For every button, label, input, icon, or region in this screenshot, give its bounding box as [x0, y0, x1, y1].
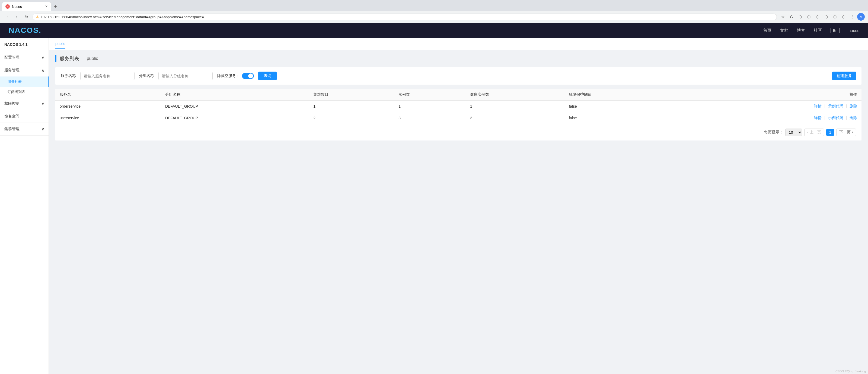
- app-header: NACOS. 首页 文档 博客 社区 En nacos: [0, 23, 868, 38]
- user-button[interactable]: nacos: [848, 28, 859, 33]
- menu-button[interactable]: ⋮: [848, 13, 856, 21]
- lang-button[interactable]: En: [831, 28, 840, 33]
- group-name-input[interactable]: [158, 72, 213, 80]
- delete-link-1[interactable]: 删除: [849, 116, 857, 120]
- table-row: userservice DEFAULT_GROUP 2 3 3 false 详情…: [55, 112, 862, 124]
- sidebar-group-namespace-header[interactable]: 命名空间: [0, 110, 49, 123]
- per-page-select[interactable]: 10 20 50 100: [785, 129, 802, 136]
- main-content: public 服务列表 | public 服务名称 分组名称 隐藏空服务：: [49, 38, 868, 374]
- sidebar-group-service-chevron: ∧: [41, 68, 44, 72]
- app-nav: 首页 文档 博客 社区 En nacos: [763, 28, 859, 33]
- browser-action-buttons: ☆ G ⬡ ⬡ ⬡ ⬡ ⬡ ⬡ ⋮ A: [779, 13, 865, 21]
- col-group-name: 分组名称: [161, 89, 309, 101]
- sidebar-item-subscriber-list[interactable]: 订阅者列表: [0, 87, 49, 97]
- tab-close-button[interactable]: ✕: [45, 5, 48, 8]
- current-page-button[interactable]: 1: [826, 129, 834, 136]
- cell-service-name-1: userservice: [55, 112, 161, 124]
- sidebar-group-access-label: 权限控制: [4, 101, 20, 106]
- extension-btn-1[interactable]: ⬡: [796, 13, 804, 21]
- page-header: 服务列表 | public: [55, 55, 862, 62]
- nav-blog[interactable]: 博客: [797, 28, 805, 33]
- service-name-label: 服务名称: [61, 73, 76, 79]
- pagination: 每页显示： 10 20 50 100 ‹ 上一页 1 下一页 ›: [55, 124, 862, 141]
- extension-btn-4[interactable]: ⬡: [823, 13, 830, 21]
- logo-text: NACOS.: [9, 26, 41, 34]
- nav-home[interactable]: 首页: [763, 28, 771, 33]
- user-avatar[interactable]: A: [857, 13, 865, 21]
- sidebar-group-access-chevron: ∨: [41, 101, 44, 106]
- prev-page-button[interactable]: ‹ 上一页: [804, 129, 824, 136]
- query-button[interactable]: 查询: [258, 72, 277, 80]
- page-title-separator: |: [83, 56, 84, 61]
- cell-actions-1: 详情 | 示例代码 | 删除: [677, 112, 862, 124]
- service-name-input[interactable]: [80, 72, 134, 80]
- security-icon: ⚠: [36, 15, 39, 19]
- extension-btn-6[interactable]: ⬡: [840, 13, 847, 21]
- forward-button[interactable]: ›: [13, 13, 21, 21]
- extension-btn-3[interactable]: ⬡: [814, 13, 822, 21]
- hide-empty-toggle[interactable]: [242, 73, 254, 79]
- sidebar-item-service-list-label: 服务列表: [8, 80, 22, 84]
- sidebar-group-config-header[interactable]: 配置管理 ∨: [0, 51, 49, 64]
- per-page-label: 每页显示：: [764, 130, 783, 135]
- tab-title: Nacos: [12, 5, 22, 9]
- example-code-link-0[interactable]: 示例代码: [828, 104, 843, 108]
- sidebar-item-subscriber-list-label: 订阅者列表: [8, 90, 25, 94]
- browser-tabs: N Nacos ✕ +: [0, 0, 868, 11]
- extension-btn-2[interactable]: ⬡: [805, 13, 813, 21]
- cell-service-name-0: orderservice: [55, 101, 161, 112]
- footer-watermark: CSDN ©Qing_Jiaxiong: [835, 370, 866, 373]
- translate-button[interactable]: G: [788, 13, 795, 21]
- nav-community[interactable]: 社区: [814, 28, 822, 33]
- delete-link-0[interactable]: 删除: [849, 104, 857, 108]
- sidebar-group-cluster-header[interactable]: 集群管理 ∨: [0, 123, 49, 135]
- sidebar-group-access: 权限控制 ∨: [0, 97, 49, 110]
- new-tab-button[interactable]: +: [51, 2, 60, 11]
- col-instance-count: 实例数: [394, 89, 466, 101]
- sidebar-group-cluster: 集群管理 ∨: [0, 123, 49, 135]
- sidebar-group-service-header[interactable]: 服务管理 ∧: [0, 64, 49, 76]
- detail-link-1[interactable]: 详情: [814, 116, 822, 120]
- tab-favicon: N: [5, 4, 10, 9]
- cell-protect-threshold-1: false: [564, 112, 677, 124]
- address-bar[interactable]: ⚠ 192.168.152.1:8848/nacos/index.html#/s…: [33, 13, 777, 20]
- col-healthy-instance-count: 健康实例数: [466, 89, 564, 101]
- col-cluster-count: 集群数目: [309, 89, 394, 101]
- example-code-link-1[interactable]: 示例代码: [828, 116, 843, 120]
- cell-cluster-count-0: 1: [309, 101, 394, 112]
- next-page-button[interactable]: 下一页 ›: [836, 129, 856, 136]
- sidebar-group-cluster-label: 集群管理: [4, 127, 20, 131]
- sidebar-item-service-list[interactable]: 服务列表: [0, 76, 49, 87]
- bookmark-button[interactable]: ☆: [779, 13, 786, 21]
- browser-chrome: N Nacos ✕ + ‹ › ↻ ⚠ 192.168.152.1:8848/n…: [0, 0, 868, 23]
- table-header-row: 服务名 分组名称 集群数目 实例数 健康实例数 触发保护阈值 操作: [55, 89, 862, 101]
- page-title: 服务列表: [60, 55, 79, 62]
- browser-toolbar: ‹ › ↻ ⚠ 192.168.152.1:8848/nacos/index.h…: [0, 11, 868, 23]
- page-subtitle: public: [87, 56, 98, 61]
- table-row: orderservice DEFAULT_GROUP 1 1 1 false 详…: [55, 101, 862, 112]
- app-logo: NACOS.: [9, 26, 41, 35]
- sidebar-group-namespace: 命名空间: [0, 110, 49, 123]
- group-name-label: 分组名称: [139, 73, 154, 79]
- active-tab[interactable]: N Nacos ✕: [2, 2, 51, 11]
- content-area: 服务列表 | public 服务名称 分组名称 隐藏空服务： 查询: [49, 50, 868, 146]
- nav-docs[interactable]: 文档: [780, 28, 788, 33]
- create-service-button[interactable]: 创建服务: [832, 72, 856, 80]
- cell-protect-threshold-0: false: [564, 101, 677, 112]
- sidebar-group-namespace-label: 命名空间: [4, 114, 20, 119]
- back-button[interactable]: ‹: [3, 13, 11, 21]
- cell-instance-count-0: 1: [394, 101, 466, 112]
- extension-btn-5[interactable]: ⬡: [831, 13, 839, 21]
- action-sep-1-0: |: [824, 104, 826, 108]
- sidebar-version: NACOS 1.4.1: [0, 38, 49, 51]
- cell-healthy-instance-count-1: 3: [466, 112, 564, 124]
- action-sep-1-1: |: [824, 116, 826, 120]
- hide-empty-text: 隐藏空服务：: [217, 73, 240, 79]
- detail-link-0[interactable]: 详情: [814, 104, 822, 108]
- namespace-tag[interactable]: public: [55, 39, 65, 49]
- sidebar-group-access-header[interactable]: 权限控制 ∨: [0, 97, 49, 110]
- sidebar-group-config: 配置管理 ∨: [0, 51, 49, 64]
- address-url: 192.168.152.1:8848/nacos/index.html#/ser…: [41, 15, 204, 19]
- filter-bar: 服务名称 分组名称 隐藏空服务： 查询 创建服务: [55, 67, 862, 85]
- refresh-button[interactable]: ↻: [23, 13, 30, 21]
